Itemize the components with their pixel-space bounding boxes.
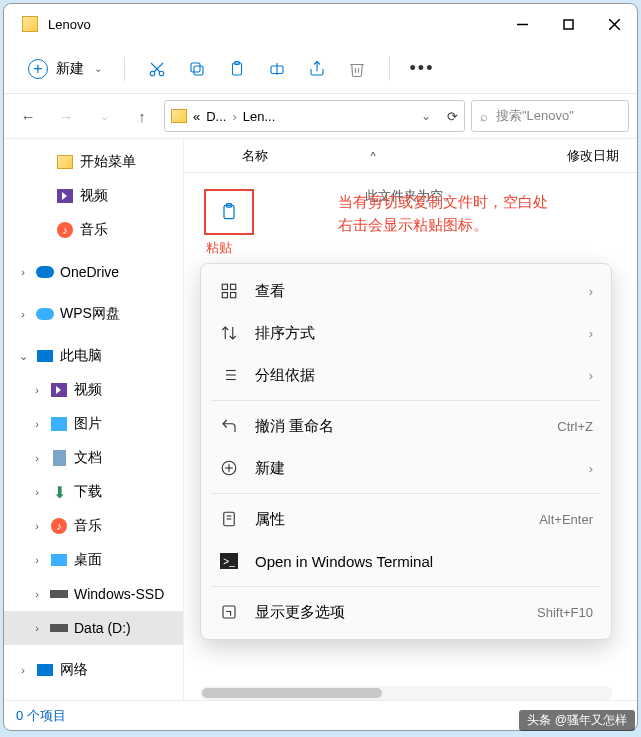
menu-item-properties[interactable]: 属性Alt+Enter: [201, 498, 611, 540]
horizontal-scrollbar[interactable]: [200, 686, 612, 700]
sidebar-item-desktop[interactable]: ›桌面: [4, 543, 183, 577]
expand-icon[interactable]: ›: [30, 520, 44, 532]
sidebar-item-label: 视频: [80, 187, 108, 205]
breadcrumb[interactable]: Len...: [243, 109, 276, 124]
forward-button[interactable]: →: [50, 100, 82, 132]
breadcrumb[interactable]: D...: [206, 109, 226, 124]
desktop-icon: [50, 551, 68, 569]
separator: [124, 57, 125, 81]
menu-item-terminal[interactable]: >_Open in Windows Terminal: [201, 540, 611, 582]
menu-shortcut: Alt+Enter: [539, 512, 593, 527]
chevron-down-icon[interactable]: ⌄: [421, 109, 431, 123]
svg-rect-18: [231, 284, 236, 289]
expand-icon[interactable]: ›: [30, 588, 44, 600]
menu-item-more[interactable]: 显示更多选项Shift+F10: [201, 591, 611, 633]
annotation-text: 当有剪切或复制文件时，空白处 右击会显示粘贴图标。: [338, 191, 548, 236]
sort-icon: [219, 323, 239, 343]
expand-icon[interactable]: ›: [30, 622, 44, 634]
menu-item-label: 排序方式: [255, 324, 573, 343]
menu-item-new[interactable]: 新建›: [201, 447, 611, 489]
sidebar-item-video[interactable]: ›视频: [4, 373, 183, 407]
folder-icon: [56, 153, 74, 171]
sidebar-item-drive[interactable]: ›Data (D:): [4, 611, 183, 645]
expand-icon[interactable]: ›: [30, 452, 44, 464]
close-button[interactable]: [591, 4, 637, 44]
svg-rect-19: [222, 293, 227, 298]
svg-rect-20: [231, 293, 236, 298]
menu-item-label: 撤消 重命名: [255, 417, 541, 436]
menu-item-label: 属性: [255, 510, 523, 529]
expand-icon[interactable]: ›: [30, 384, 44, 396]
expand-icon[interactable]: ⌄: [16, 350, 30, 363]
sidebar-item-label: 下载: [74, 483, 102, 501]
sidebar-item-music[interactable]: ›♪音乐: [4, 509, 183, 543]
refresh-button[interactable]: ⟳: [447, 109, 458, 124]
chevron-right-icon: ›: [589, 284, 593, 299]
sidebar-item-video[interactable]: 视频: [4, 179, 183, 213]
menu-shortcut: Shift+F10: [537, 605, 593, 620]
menu-item-group[interactable]: 分组依据›: [201, 354, 611, 396]
expand-icon[interactable]: ›: [16, 266, 30, 278]
delete-button[interactable]: [339, 51, 375, 87]
new-button[interactable]: + 新建 ⌄: [20, 55, 110, 83]
folder-icon: [171, 109, 187, 123]
menu-item-label: Open in Windows Terminal: [255, 553, 593, 570]
search-input[interactable]: ⌕ 搜索"Lenovo": [471, 100, 629, 132]
expand-icon[interactable]: ›: [16, 664, 30, 676]
recent-chevron-icon[interactable]: ⌄: [88, 100, 120, 132]
more-button[interactable]: •••: [404, 51, 440, 87]
expand-icon[interactable]: ›: [30, 418, 44, 430]
column-modified[interactable]: 修改日期: [567, 147, 637, 165]
cut-button[interactable]: [139, 51, 175, 87]
paste-button[interactable]: [219, 51, 255, 87]
sidebar-item-pictures[interactable]: ›图片: [4, 407, 183, 441]
maximize-button[interactable]: [545, 4, 591, 44]
sidebar-item-documents[interactable]: ›文档: [4, 441, 183, 475]
paste-icon-highlight[interactable]: [204, 189, 254, 235]
sort-indicator-icon: ^: [364, 150, 382, 162]
sidebar-item-downloads[interactable]: ›⬇下载: [4, 475, 183, 509]
sidebar-item-label: 图片: [74, 415, 102, 433]
expand-icon[interactable]: ›: [16, 308, 30, 320]
minimize-button[interactable]: [499, 4, 545, 44]
sidebar-item-onedrive[interactable]: ›OneDrive: [4, 255, 183, 289]
sidebar-item-network[interactable]: ›网络: [4, 653, 183, 687]
plus-icon: +: [28, 59, 48, 79]
sidebar: 开始菜单视频♪音乐›OneDrive›WPS网盘⌄此电脑›视频›图片›文档›⬇下…: [4, 139, 184, 700]
drive-icon: [50, 619, 68, 637]
rename-button[interactable]: [259, 51, 295, 87]
share-button[interactable]: [299, 51, 335, 87]
more-icon: [219, 602, 239, 622]
titlebar: Lenovo: [4, 4, 637, 44]
wps-icon: [36, 305, 54, 323]
documents-icon: [50, 449, 68, 467]
sidebar-item-label: 此电脑: [60, 347, 102, 365]
menu-item-view[interactable]: 查看›: [201, 270, 611, 312]
watermark: 头条 @骚年又怎样: [519, 710, 635, 731]
up-button[interactable]: ↑: [126, 100, 158, 132]
view-icon: [219, 281, 239, 301]
sidebar-item-pc[interactable]: ⌄此电脑: [4, 339, 183, 373]
sidebar-item-drive[interactable]: ›Windows-SSD: [4, 577, 183, 611]
menu-item-sort[interactable]: 排序方式›: [201, 312, 611, 354]
copy-button[interactable]: [179, 51, 215, 87]
sidebar-item-wps[interactable]: ›WPS网盘: [4, 297, 183, 331]
main-pane[interactable]: 名称 ^ 修改日期 此文件夹为空。 粘贴 当有剪切或复制文件时，空白处 右击会显…: [184, 139, 637, 700]
scroll-thumb[interactable]: [202, 688, 382, 698]
sidebar-item-folder[interactable]: 开始菜单: [4, 145, 183, 179]
music-icon: ♪: [50, 517, 68, 535]
column-name[interactable]: 名称: [184, 147, 364, 165]
search-placeholder: 搜索"Lenovo": [496, 107, 574, 125]
menu-item-label: 新建: [255, 459, 573, 478]
chevron-right-icon: ›: [589, 326, 593, 341]
downloads-icon: ⬇: [50, 483, 68, 501]
sidebar-item-music[interactable]: ♪音乐: [4, 213, 183, 247]
expand-icon[interactable]: ›: [30, 486, 44, 498]
menu-item-undo[interactable]: 撤消 重命名Ctrl+Z: [201, 405, 611, 447]
properties-icon: [219, 509, 239, 529]
address-bar[interactable]: « D... › Len... ⌄ ⟳: [164, 100, 465, 132]
pictures-icon: [50, 415, 68, 433]
sidebar-item-label: WPS网盘: [60, 305, 120, 323]
expand-icon[interactable]: ›: [30, 554, 44, 566]
back-button[interactable]: ←: [12, 100, 44, 132]
